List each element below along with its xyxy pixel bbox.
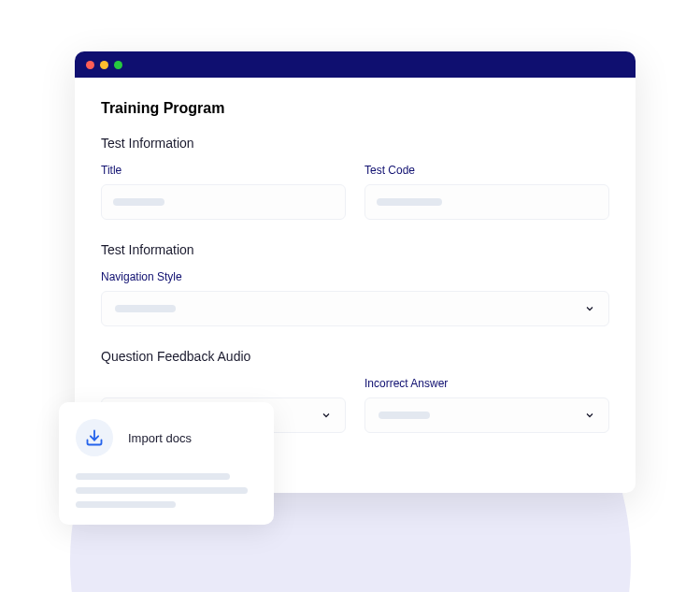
download-icon [85,428,104,447]
navigation-style-select[interactable] [101,291,609,326]
incorrect-answer-select[interactable] [364,397,609,433]
close-window-button[interactable] [86,61,94,69]
placeholder-skeleton [377,198,442,206]
placeholder-skeleton [379,412,430,419]
section-title: Question Feedback Audio [101,349,609,364]
field-label-incorrect-answer: Incorrect Answer [364,377,609,390]
title-input[interactable] [101,184,346,220]
form-group-title: Title [101,164,346,220]
skeleton-line [76,473,230,480]
chevron-down-icon [321,410,332,421]
chevron-down-icon [584,303,595,314]
page-title: Training Program [101,100,609,117]
test-code-input[interactable] [364,184,609,220]
placeholder-skeleton [115,305,176,312]
maximize-window-button[interactable] [114,61,122,69]
field-label-test-code: Test Code [364,164,609,177]
field-label-correct-answer [101,377,346,390]
section-test-information-2: Test Information Navigation Style [101,242,609,326]
import-docs-card[interactable]: Import docs [59,402,274,525]
placeholder-skeleton [113,198,164,206]
window-titlebar [75,51,636,78]
section-title: Test Information [101,242,609,257]
form-group-test-code: Test Code [364,164,609,220]
field-label-title: Title [101,164,346,177]
import-icon-container [76,419,113,456]
minimize-window-button[interactable] [100,61,108,69]
form-group-incorrect-answer: Incorrect Answer [364,377,609,433]
import-card-title: Import docs [128,431,192,445]
field-label-navigation-style: Navigation Style [101,270,609,283]
skeleton-line [76,501,176,508]
section-title: Test Information [101,136,609,151]
chevron-down-icon [584,410,595,421]
skeleton-line [76,487,248,494]
import-card-header: Import docs [76,419,257,456]
section-test-information-1: Test Information Title Test Code [101,136,609,220]
form-row: Title Test Code [101,164,609,220]
